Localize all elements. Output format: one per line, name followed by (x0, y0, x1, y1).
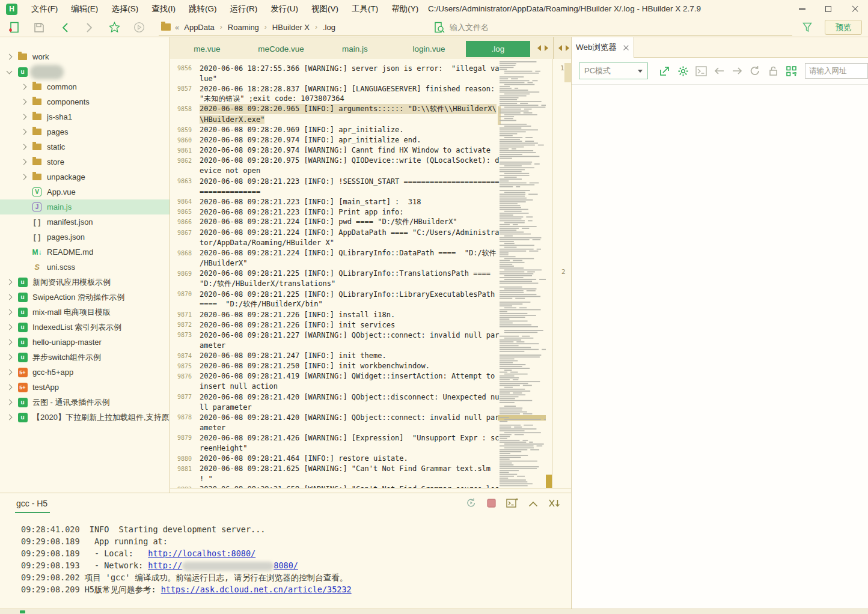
log-row[interactable]: 98582020-06-08 09:28:20.965 [INFO:] argu… (170, 104, 498, 114)
chevron-right-icon[interactable] (7, 54, 13, 60)
log-row[interactable]: ameter (170, 341, 498, 351)
log-row[interactable]: /HBuilderX" (170, 258, 498, 269)
device-mode-select[interactable]: PC模式 (579, 62, 648, 79)
minimap[interactable] (498, 59, 546, 488)
chevron-right-icon[interactable] (21, 99, 27, 105)
tree-item-pagesjson[interactable]: [ ]pages.json (0, 229, 170, 245)
log-row[interactable]: ! " (170, 474, 498, 484)
menu-item-4[interactable]: 跳转(G) (182, 0, 224, 18)
console-stop-button[interactable] (487, 499, 496, 510)
editor-tab-mainjs[interactable]: main.js (318, 41, 392, 57)
console-restart-button[interactable] (466, 497, 477, 511)
log-row[interactable]: 98562020-06-06 18:27:55.366 [WARNING:] s… (170, 63, 498, 73)
log-row[interactable]: 98672020-06-08 09:28:21.224 [INFO:] AppD… (170, 228, 498, 238)
tree-item-work[interactable]: work (0, 49, 170, 64)
chevron-right-icon[interactable] (21, 129, 27, 135)
editor-scrollbar[interactable] (546, 59, 552, 488)
console-clear-button[interactable] (506, 497, 518, 511)
breadcrumb-item-0[interactable]: AppData (184, 23, 215, 32)
menu-item-8[interactable]: 工具(T) (345, 0, 385, 18)
log-row[interactable]: 98772020-06-08 09:28:21.420 [WARNING:] Q… (170, 392, 498, 402)
menu-item-3[interactable]: 查找(I) (145, 0, 182, 18)
tree-item-[interactable]: u新闻资讯应用模板示例 (0, 275, 170, 290)
log-row[interactable]: 98692020-06-08 09:28:21.225 [INFO:] QLib… (170, 269, 498, 279)
chevron-down-icon[interactable] (7, 68, 13, 74)
chevron-right-icon[interactable] (7, 385, 13, 391)
log-row[interactable]: evice not open (170, 166, 498, 176)
log-row[interactable]: 98652020-06-08 09:28:21.223 [INFO:] Prin… (170, 207, 498, 217)
log-row[interactable]: 98632020-06-08 09:28:21.223 [INFO:] !SES… (170, 176, 498, 186)
editor-tab-loginvue[interactable]: login.vue (392, 41, 466, 57)
scrollbar-thumb[interactable] (564, 63, 571, 82)
log-row[interactable]: "未知的错误" ;exit code: 1073807364 (170, 94, 498, 104)
chevron-right-icon[interactable] (7, 369, 13, 375)
log-row[interactable]: insert null action (170, 381, 498, 392)
file-search-input[interactable] (450, 23, 792, 32)
console-collapse-button[interactable] (528, 499, 538, 509)
terminal-button[interactable] (692, 62, 710, 79)
tree-item-uniscss[interactable]: Suni.scss (0, 260, 170, 275)
console-close-button[interactable] (548, 499, 560, 510)
log-row[interactable]: 98712020-06-08 09:28:21.226 [INFO:] inst… (170, 309, 498, 320)
maximize-button[interactable] (815, 0, 842, 18)
log-row[interactable]: 98802020-06-08 09:28:21.464 [INFO:] rest… (170, 454, 498, 464)
console-link[interactable]: https://ask.dcloud.net.cn/article/35232 (161, 585, 352, 594)
log-row[interactable]: 98752020-06-08 09:28:21.250 [INFO:] init… (170, 361, 498, 371)
close-button[interactable] (842, 0, 868, 18)
lock-button[interactable] (765, 62, 782, 79)
log-row[interactable]: 98782020-06-08 09:28:21.420 [WARNING:] Q… (170, 412, 498, 422)
console-link[interactable]: http:// (148, 561, 182, 570)
console-link[interactable]: 8080/ (274, 561, 298, 570)
chevron-right-icon[interactable] (21, 84, 27, 90)
breadcrumb-item-3[interactable]: .log (323, 23, 335, 32)
tree-item-components[interactable]: components (0, 94, 170, 109)
minimize-button[interactable] (789, 0, 815, 18)
chevron-right-icon[interactable] (7, 339, 13, 345)
log-row[interactable]: 98732020-06-08 09:28:21.227 [WARNING:] Q… (170, 330, 498, 340)
log-row[interactable]: 98762020-06-08 09:28:21.419 [WARNING:] Q… (170, 371, 498, 381)
tree-item-common[interactable]: common (0, 79, 170, 94)
menu-item-1[interactable]: 编辑(E) (64, 0, 105, 18)
log-row[interactable]: 98792020-06-08 09:28:21.426 [WARNING:] [… (170, 433, 498, 443)
console-tab[interactable]: gcc - H5 (15, 495, 50, 513)
qr-code-button[interactable] (783, 62, 800, 79)
tab-scroll-right-icon[interactable] (545, 45, 548, 51)
tree-item-IndexedList[interactable]: uIndexedList 索引列表示例 (0, 320, 170, 335)
log-row[interactable]: 98682020-06-08 09:28:21.224 [INFO:] QLib… (170, 248, 498, 258)
tree-item-Appvue[interactable]: VApp.vue (0, 184, 170, 199)
tree-item-store[interactable]: store (0, 154, 170, 169)
log-row[interactable]: 98822020-06-08 09:28:21.659 [WARNING:] "… (170, 484, 498, 488)
log-row[interactable]: 98572020-06-06 18:28:28.837 [WARNING:] [… (170, 84, 498, 94)
panel-scroll-right-icon[interactable] (566, 45, 569, 51)
breadcrumb-item-1[interactable]: Roaming (228, 23, 259, 32)
log-row[interactable]: ============== (170, 186, 498, 196)
url-input[interactable] (805, 63, 868, 79)
tree-item-manifestjson[interactable]: [ ]manifest.json (0, 214, 170, 229)
log-row[interactable]: 98702020-06-08 09:28:21.225 [INFO:] QLib… (170, 289, 498, 299)
menu-item-0[interactable]: 文件(F) (25, 0, 64, 18)
log-row[interactable]: ameter (170, 422, 498, 433)
run-button[interactable] (129, 19, 149, 36)
tree-item-[interactable]: u云图 - 通讯录插件示例 (0, 395, 170, 410)
tree-item-testApp[interactable]: 5+testApp (0, 380, 170, 395)
chevron-right-icon[interactable] (21, 174, 27, 180)
menu-item-6[interactable]: 发行(U) (264, 0, 305, 18)
chevron-right-icon[interactable] (7, 400, 13, 406)
menu-item-7[interactable]: 视图(V) (305, 0, 345, 18)
log-row[interactable]: "D:/软件/HBuilderX/translations" (170, 279, 498, 289)
log-row[interactable]: 98662020-06-08 09:28:21.224 [INFO:] pwd … (170, 217, 498, 227)
chevron-right-icon[interactable] (21, 114, 27, 120)
tree-item-unpackage[interactable]: unpackage (0, 169, 170, 184)
tree-item-2020[interactable]: u【2020】下拉刷新上拉加载组件,支持原... (0, 410, 170, 425)
browser-back-button[interactable] (711, 62, 728, 79)
tree-item-pages[interactable]: pages (0, 124, 170, 139)
menu-item-9[interactable]: 帮助(Y) (385, 0, 425, 18)
nav-back-button[interactable] (55, 19, 75, 36)
log-row[interactable]: 98602020-06-08 09:28:20.974 [INFO:] apr_… (170, 135, 498, 145)
menu-item-5[interactable]: 运行(R) (224, 0, 264, 18)
log-row[interactable]: 98612020-06-08 09:28:20.974 [WARNING:] C… (170, 145, 498, 156)
chevron-right-icon[interactable] (7, 354, 13, 360)
menu-item-2[interactable]: 选择(S) (105, 0, 145, 18)
refresh-button[interactable] (747, 62, 764, 79)
tree-item-static[interactable]: static (0, 139, 170, 154)
